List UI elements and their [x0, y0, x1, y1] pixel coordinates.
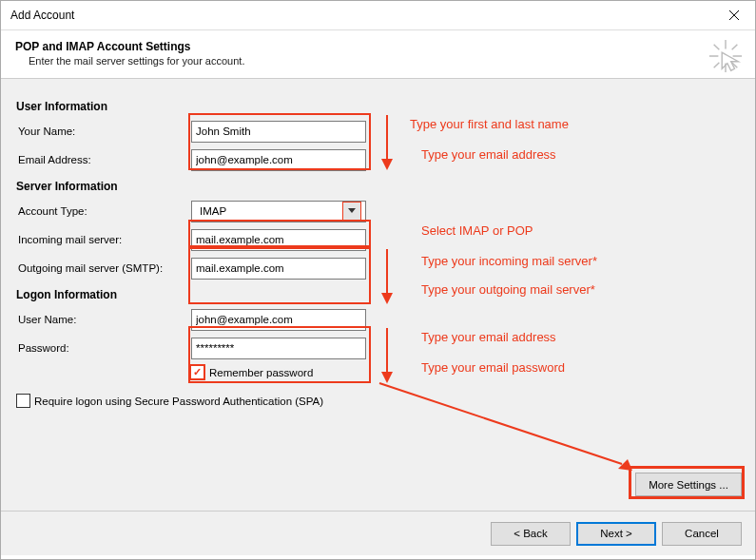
dropdown-button[interactable] [342, 202, 361, 222]
checkbox-unchecked-icon [16, 394, 30, 408]
arrow-logon-icon [379, 328, 398, 388]
username-input[interactable] [191, 309, 366, 331]
highlight-more-settings [629, 466, 745, 499]
header-subtitle: Enter the mail server settings for your … [29, 55, 741, 67]
close-icon [729, 10, 739, 20]
window-title: Add Account [10, 9, 74, 22]
account-type-value: IMAP [196, 205, 226, 217]
annot-user: Type your email address [421, 330, 556, 344]
account-type-label: Account Type: [16, 205, 191, 217]
back-button[interactable]: < Back [491, 522, 571, 546]
incoming-server-input[interactable] [191, 229, 366, 251]
next-button[interactable]: Next > [576, 522, 656, 546]
chevron-down-icon [348, 208, 356, 214]
remember-password-label: Remember password [209, 367, 313, 378]
password-label: Password: [16, 342, 191, 354]
annot-outgoing: Type your outgoing mail server* [421, 282, 595, 297]
account-type-select[interactable]: IMAP [191, 201, 366, 222]
svg-marker-6 [381, 293, 393, 304]
checkbox-checked-icon: ✓ [189, 364, 205, 380]
annot-pass: Type your email password [421, 360, 565, 375]
svg-marker-2 [348, 208, 356, 213]
wizard-cursor-icon [708, 38, 744, 77]
header-title: POP and IMAP Account Settings [15, 40, 741, 53]
svg-marker-4 [381, 159, 393, 170]
annot-name: Type your first and last name [410, 117, 569, 131]
titlebar: Add Account [1, 1, 755, 30]
svg-marker-8 [381, 372, 393, 383]
your-name-input[interactable] [191, 121, 366, 143]
cancel-button[interactable]: Cancel [662, 522, 742, 546]
spa-label: Require logon using Secure Password Auth… [34, 396, 323, 407]
username-label: User Name: [16, 314, 191, 325]
password-input[interactable] [191, 338, 366, 359]
section-user-info: User Information [16, 100, 740, 113]
outgoing-server-input[interactable] [191, 258, 366, 280]
incoming-server-label: Incoming mail server: [16, 234, 191, 245]
wizard-header: POP and IMAP Account Settings Enter the … [1, 30, 755, 79]
wizard-body: User Information Your Name: Email Addres… [1, 79, 755, 555]
annot-email: Type your email address [421, 147, 556, 162]
outgoing-server-label: Outgoing mail server (SMTP): [16, 262, 191, 274]
add-account-window: Add Account POP and IMAP Account Setting… [0, 0, 756, 560]
your-name-label: Your Name: [16, 126, 191, 137]
section-logon-info: Logon Information [16, 288, 740, 301]
close-button[interactable] [712, 1, 755, 29]
section-server-info: Server Information [16, 180, 740, 193]
arrow-server-icon [379, 249, 398, 309]
email-address-label: Email Address: [16, 154, 191, 165]
annot-type: Select IMAP or POP [421, 223, 533, 238]
arrow-user-icon [379, 115, 398, 175]
wizard-footer: < Back Next > Cancel [1, 511, 755, 555]
email-address-input[interactable] [191, 149, 366, 171]
annot-incoming: Type your incoming mail server* [421, 254, 597, 268]
svg-line-9 [379, 383, 622, 464]
arrow-more-settings-icon [379, 383, 646, 481]
